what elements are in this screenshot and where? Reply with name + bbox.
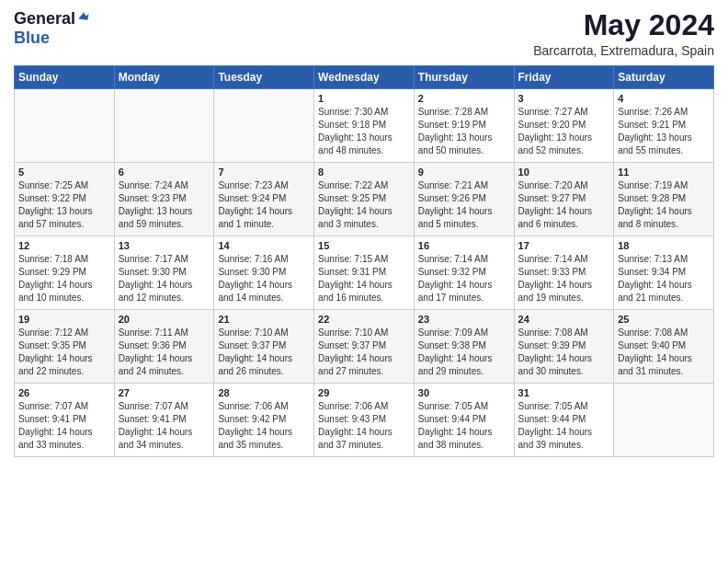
day-content: Sunrise: 7:05 AM Sunset: 9:44 PM Dayligh… <box>518 400 610 452</box>
table-row: 19Sunrise: 7:12 AM Sunset: 9:35 PM Dayli… <box>15 310 115 384</box>
table-row: 7Sunrise: 7:23 AM Sunset: 9:24 PM Daylig… <box>214 163 314 236</box>
header-wednesday: Wednesday <box>314 66 415 89</box>
table-row: 5Sunrise: 7:25 AM Sunset: 9:22 PM Daylig… <box>15 163 115 236</box>
day-content: Sunrise: 7:30 AM Sunset: 9:18 PM Dayligh… <box>318 106 410 157</box>
calendar-week-row: 26Sunrise: 7:07 AM Sunset: 9:41 PM Dayli… <box>15 384 714 457</box>
day-content: Sunrise: 7:06 AM Sunset: 9:42 PM Dayligh… <box>218 400 310 452</box>
logo-blue-text: Blue <box>14 29 50 48</box>
day-number: 15 <box>318 240 410 251</box>
day-number: 23 <box>418 314 510 325</box>
day-number: 7 <box>218 167 310 178</box>
day-number: 17 <box>518 240 610 251</box>
table-row: 21Sunrise: 7:10 AM Sunset: 9:37 PM Dayli… <box>214 310 314 384</box>
day-number: 11 <box>618 167 710 178</box>
svg-marker-0 <box>78 12 88 19</box>
table-row: 4Sunrise: 7:26 AM Sunset: 9:21 PM Daylig… <box>614 89 714 163</box>
day-content: Sunrise: 7:08 AM Sunset: 9:40 PM Dayligh… <box>618 327 710 378</box>
day-number: 12 <box>18 240 110 251</box>
day-number: 24 <box>518 314 610 325</box>
day-content: Sunrise: 7:05 AM Sunset: 9:44 PM Dayligh… <box>418 400 510 452</box>
day-content: Sunrise: 7:19 AM Sunset: 9:28 PM Dayligh… <box>618 179 710 231</box>
table-row: 16Sunrise: 7:14 AM Sunset: 9:32 PM Dayli… <box>414 236 514 310</box>
day-content: Sunrise: 7:15 AM Sunset: 9:31 PM Dayligh… <box>318 253 410 304</box>
calendar-table: Sunday Monday Tuesday Wednesday Thursday… <box>14 65 714 457</box>
day-content: Sunrise: 7:26 AM Sunset: 9:21 PM Dayligh… <box>618 106 710 157</box>
table-row: 9Sunrise: 7:21 AM Sunset: 9:26 PM Daylig… <box>414 163 514 236</box>
logo: General Blue <box>14 9 90 48</box>
day-content: Sunrise: 7:10 AM Sunset: 9:37 PM Dayligh… <box>218 327 310 378</box>
day-number: 28 <box>218 387 310 398</box>
calendar-week-row: 19Sunrise: 7:12 AM Sunset: 9:35 PM Dayli… <box>15 310 714 384</box>
day-number: 16 <box>418 240 510 251</box>
table-row: 1Sunrise: 7:30 AM Sunset: 9:18 PM Daylig… <box>314 89 415 163</box>
table-row <box>15 89 115 163</box>
day-content: Sunrise: 7:23 AM Sunset: 9:24 PM Dayligh… <box>218 179 310 231</box>
table-row: 22Sunrise: 7:10 AM Sunset: 9:37 PM Dayli… <box>314 310 415 384</box>
day-number: 26 <box>18 387 110 398</box>
month-title: May 2024 <box>533 9 714 41</box>
day-number: 13 <box>119 240 210 251</box>
day-content: Sunrise: 7:14 AM Sunset: 9:33 PM Dayligh… <box>518 253 610 304</box>
day-content: Sunrise: 7:11 AM Sunset: 9:36 PM Dayligh… <box>119 327 210 378</box>
header: General Blue May 2024 Barcarrota, Extrem… <box>14 9 714 58</box>
day-number: 27 <box>119 387 210 398</box>
day-content: Sunrise: 7:18 AM Sunset: 9:29 PM Dayligh… <box>18 253 110 304</box>
table-row: 29Sunrise: 7:06 AM Sunset: 9:43 PM Dayli… <box>314 384 415 457</box>
day-content: Sunrise: 7:09 AM Sunset: 9:38 PM Dayligh… <box>418 327 510 378</box>
day-number: 3 <box>518 93 610 104</box>
day-content: Sunrise: 7:16 AM Sunset: 9:30 PM Dayligh… <box>218 253 310 304</box>
table-row: 3Sunrise: 7:27 AM Sunset: 9:20 PM Daylig… <box>514 89 614 163</box>
day-number: 18 <box>618 240 710 251</box>
day-content: Sunrise: 7:13 AM Sunset: 9:34 PM Dayligh… <box>618 253 710 304</box>
table-row: 27Sunrise: 7:07 AM Sunset: 9:41 PM Dayli… <box>114 384 214 457</box>
table-row: 23Sunrise: 7:09 AM Sunset: 9:38 PM Dayli… <box>414 310 514 384</box>
table-row: 18Sunrise: 7:13 AM Sunset: 9:34 PM Dayli… <box>614 236 714 310</box>
table-row: 17Sunrise: 7:14 AM Sunset: 9:33 PM Dayli… <box>514 236 614 310</box>
day-number: 20 <box>119 314 210 325</box>
day-number: 29 <box>318 387 410 398</box>
logo-general-text: General <box>14 9 75 29</box>
calendar-body: 1Sunrise: 7:30 AM Sunset: 9:18 PM Daylig… <box>15 89 714 457</box>
table-row: 31Sunrise: 7:05 AM Sunset: 9:44 PM Dayli… <box>514 384 614 457</box>
day-content: Sunrise: 7:20 AM Sunset: 9:27 PM Dayligh… <box>518 179 610 231</box>
day-number: 5 <box>18 167 110 178</box>
header-tuesday: Tuesday <box>214 66 314 89</box>
day-content: Sunrise: 7:17 AM Sunset: 9:30 PM Dayligh… <box>119 253 210 304</box>
day-content: Sunrise: 7:22 AM Sunset: 9:25 PM Dayligh… <box>318 179 410 231</box>
day-content: Sunrise: 7:21 AM Sunset: 9:26 PM Dayligh… <box>418 179 510 231</box>
table-row: 8Sunrise: 7:22 AM Sunset: 9:25 PM Daylig… <box>314 163 415 236</box>
calendar-week-row: 12Sunrise: 7:18 AM Sunset: 9:29 PM Dayli… <box>15 236 714 310</box>
day-number: 10 <box>518 167 610 178</box>
table-row: 20Sunrise: 7:11 AM Sunset: 9:36 PM Dayli… <box>114 310 214 384</box>
day-content: Sunrise: 7:08 AM Sunset: 9:39 PM Dayligh… <box>518 327 610 378</box>
table-row: 25Sunrise: 7:08 AM Sunset: 9:40 PM Dayli… <box>614 310 714 384</box>
table-row: 15Sunrise: 7:15 AM Sunset: 9:31 PM Dayli… <box>314 236 415 310</box>
table-row <box>614 384 714 457</box>
header-saturday: Saturday <box>614 66 714 89</box>
table-row: 28Sunrise: 7:06 AM Sunset: 9:42 PM Dayli… <box>214 384 314 457</box>
logo-bird-icon <box>77 11 90 24</box>
table-row <box>114 89 214 163</box>
table-row: 12Sunrise: 7:18 AM Sunset: 9:29 PM Dayli… <box>15 236 115 310</box>
day-content: Sunrise: 7:06 AM Sunset: 9:43 PM Dayligh… <box>318 400 410 452</box>
table-row: 24Sunrise: 7:08 AM Sunset: 9:39 PM Dayli… <box>514 310 614 384</box>
day-number: 19 <box>18 314 110 325</box>
table-row: 10Sunrise: 7:20 AM Sunset: 9:27 PM Dayli… <box>514 163 614 236</box>
day-number: 4 <box>618 93 710 104</box>
day-number: 2 <box>418 93 510 104</box>
days-header-row: Sunday Monday Tuesday Wednesday Thursday… <box>15 66 714 89</box>
day-content: Sunrise: 7:12 AM Sunset: 9:35 PM Dayligh… <box>18 327 110 378</box>
table-row: 11Sunrise: 7:19 AM Sunset: 9:28 PM Dayli… <box>614 163 714 236</box>
table-row <box>214 89 314 163</box>
day-number: 21 <box>218 314 310 325</box>
table-row: 2Sunrise: 7:28 AM Sunset: 9:19 PM Daylig… <box>414 89 514 163</box>
day-content: Sunrise: 7:27 AM Sunset: 9:20 PM Dayligh… <box>518 106 610 157</box>
day-content: Sunrise: 7:28 AM Sunset: 9:19 PM Dayligh… <box>418 106 510 157</box>
header-thursday: Thursday <box>414 66 514 89</box>
day-number: 6 <box>119 167 210 178</box>
table-row: 13Sunrise: 7:17 AM Sunset: 9:30 PM Dayli… <box>114 236 214 310</box>
day-number: 14 <box>218 240 310 251</box>
page: General Blue May 2024 Barcarrota, Extrem… <box>0 0 728 466</box>
day-number: 22 <box>318 314 410 325</box>
day-content: Sunrise: 7:07 AM Sunset: 9:41 PM Dayligh… <box>119 400 210 452</box>
